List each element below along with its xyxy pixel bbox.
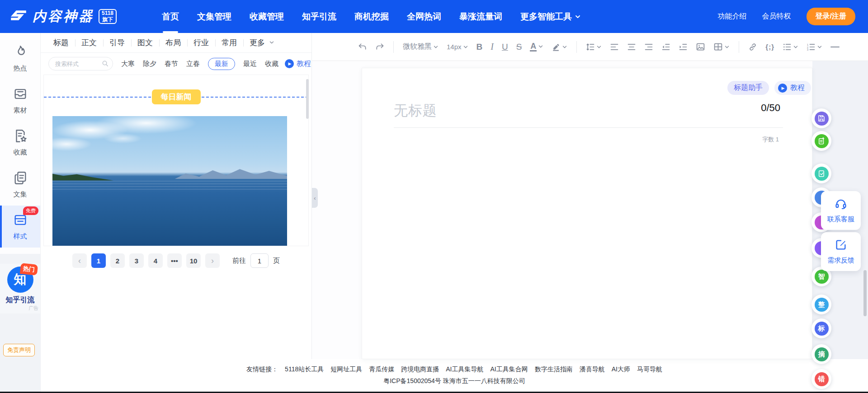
- next-page-button[interactable]: ›: [205, 253, 220, 268]
- prev-page-button[interactable]: ‹: [72, 253, 87, 268]
- style-preview-card[interactable]: 每日新闻: [43, 75, 309, 246]
- font-size-select[interactable]: 14px: [444, 40, 471, 53]
- footer-link[interactable]: 5118站长工具: [285, 365, 324, 374]
- nav-item-collections[interactable]: 文集管理: [197, 0, 231, 33]
- horizontal-rule-button[interactable]: [828, 44, 842, 50]
- underline-button[interactable]: U: [499, 39, 511, 55]
- editor-tutorial-button[interactable]: ▶ 教程: [774, 81, 811, 95]
- goto-page-input[interactable]: [250, 253, 269, 268]
- contact-support-card[interactable]: 联系客服: [821, 191, 861, 230]
- tab-more[interactable]: 更多: [243, 37, 281, 48]
- highlight-button[interactable]: [549, 40, 570, 54]
- chip-chuxi[interactable]: 除夕: [143, 60, 156, 68]
- chip-dahan[interactable]: 大寒: [121, 60, 135, 68]
- numbered-list-button[interactable]: 123: [804, 40, 825, 54]
- panel-collapse-handle[interactable]: ‹: [312, 188, 318, 208]
- tab-image-text[interactable]: 图文: [131, 37, 159, 48]
- sidebar-item-styles[interactable]: 免费 样式: [0, 206, 40, 248]
- page-button-10[interactable]: 10: [186, 253, 201, 268]
- align-right-button[interactable]: [642, 40, 656, 54]
- nav-item-trending[interactable]: 暴涨流量词: [459, 0, 502, 33]
- footer-link[interactable]: AI工具集导航: [446, 365, 483, 374]
- sea-texture: [52, 181, 287, 192]
- features-link[interactable]: 功能介绍: [718, 12, 747, 21]
- footer-link[interactable]: 短网址工具: [330, 365, 362, 374]
- footer-link[interactable]: 青瓜传媒: [369, 365, 394, 374]
- font-family-select[interactable]: 微软雅黑: [400, 39, 441, 54]
- chip-favorites[interactable]: 收藏: [265, 60, 278, 68]
- tab-common[interactable]: 常用: [215, 37, 243, 48]
- title-helper-button[interactable]: 标题助手: [727, 81, 769, 95]
- footer-link[interactable]: AI大师: [612, 365, 630, 374]
- align-left-button[interactable]: [607, 40, 622, 54]
- panel-tutorial-link[interactable]: ▶ 教程: [285, 59, 311, 69]
- title-tool-button[interactable]: 标: [811, 318, 831, 338]
- code-button[interactable]: {;}: [763, 40, 777, 53]
- chip-recent[interactable]: 最近: [243, 60, 257, 68]
- footer-link[interactable]: AI工具集合网: [490, 365, 528, 374]
- undo-button[interactable]: [355, 40, 370, 54]
- edit-document-button[interactable]: [811, 164, 831, 183]
- tab-body[interactable]: 正文: [75, 37, 103, 48]
- icp-registration: 粤ICP备15002054号 珠海市五一一八科技有限公司: [383, 377, 525, 385]
- nav-item-home[interactable]: 首页: [162, 0, 179, 33]
- chip-newest[interactable]: 最新: [208, 58, 235, 70]
- page-button-1[interactable]: 1: [91, 253, 106, 268]
- line-height-button[interactable]: [583, 40, 604, 54]
- page-button-4[interactable]: 4: [148, 253, 163, 268]
- strikethrough-button[interactable]: S: [514, 39, 525, 55]
- panel-scrollbar-thumb[interactable]: [306, 79, 309, 119]
- bold-button[interactable]: B: [474, 39, 486, 55]
- footer-link[interactable]: 跨境电商直播: [401, 365, 439, 374]
- sidebar-item-hotspots[interactable]: 热点: [0, 37, 40, 80]
- error-check-button[interactable]: 错: [811, 369, 831, 389]
- disclaimer-button[interactable]: 免责声明: [3, 344, 35, 356]
- sidebar-item-materials[interactable]: 素材: [0, 80, 40, 122]
- font-color-button[interactable]: A: [527, 39, 546, 55]
- page-button-3[interactable]: 3: [129, 253, 144, 268]
- align-center-button[interactable]: [624, 40, 639, 54]
- title-char-counter: 0/50: [761, 102, 780, 114]
- redo-button[interactable]: [373, 40, 387, 54]
- tab-industry[interactable]: 行业: [187, 37, 215, 48]
- nav-item-business[interactable]: 商机挖掘: [354, 0, 389, 33]
- membership-link[interactable]: 会员特权: [762, 12, 791, 21]
- nav-item-zhihu[interactable]: 知乎引流: [302, 0, 336, 33]
- italic-button[interactable]: I: [488, 39, 496, 55]
- outdent-button[interactable]: [659, 40, 673, 54]
- chip-lichun[interactable]: 立春: [186, 60, 200, 68]
- document-canvas[interactable]: 标题助手 ▶ 教程 无标题 0/50: [362, 68, 812, 359]
- chip-chunjie[interactable]: 春节: [165, 60, 178, 68]
- toolbar-divider: [576, 41, 577, 53]
- tab-guide[interactable]: 引导: [103, 37, 131, 48]
- page-button-2[interactable]: 2: [110, 253, 125, 268]
- logo[interactable]: 内容神器 5118 旗下: [9, 7, 117, 26]
- sidebar-item-collections[interactable]: 文集: [0, 164, 40, 206]
- editor-scrollbar-thumb[interactable]: [863, 270, 867, 316]
- save-button[interactable]: [811, 108, 831, 128]
- page-ellipsis[interactable]: •••: [167, 253, 182, 268]
- insert-link-button[interactable]: [745, 40, 760, 54]
- feedback-card[interactable]: 需求反馈: [821, 232, 861, 271]
- new-document-button[interactable]: [811, 131, 831, 151]
- indent-button[interactable]: [676, 40, 690, 54]
- nav-item-hotwords[interactable]: 全网热词: [407, 0, 441, 33]
- footer-link[interactable]: 马哥导航: [637, 365, 662, 374]
- zhihu-traffic-ad[interactable]: 知 热门 知乎引流 广告: [0, 264, 40, 313]
- summary-tool-button[interactable]: 摘: [811, 344, 831, 364]
- insert-table-button[interactable]: [711, 39, 732, 54]
- nav-item-favorites[interactable]: 收藏管理: [250, 0, 284, 33]
- play-icon: ▶: [778, 84, 787, 93]
- bullet-list-button[interactable]: [780, 40, 801, 54]
- sidebar-item-favorites[interactable]: 收藏: [0, 122, 40, 164]
- title-input-placeholder[interactable]: 无标题: [394, 101, 437, 120]
- login-register-button[interactable]: 登录/注册: [807, 8, 855, 25]
- footer-link[interactable]: 数字生活指南: [535, 365, 573, 374]
- biao-title-icon: 标: [815, 322, 829, 336]
- footer-link[interactable]: 潘喜导航: [580, 365, 605, 374]
- tab-layout[interactable]: 布局: [159, 37, 187, 48]
- nav-item-more-tools[interactable]: 更多智能工具: [520, 0, 581, 33]
- format-tool-button[interactable]: 整: [811, 295, 831, 314]
- insert-image-button[interactable]: [693, 39, 708, 54]
- tab-title[interactable]: 标题: [47, 37, 75, 48]
